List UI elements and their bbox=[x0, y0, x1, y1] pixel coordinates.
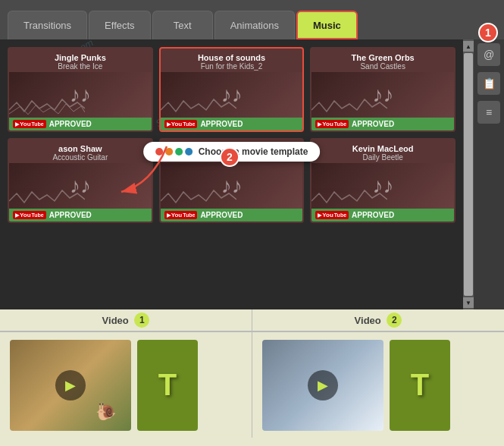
card-footer: YouTube APPROVED bbox=[311, 209, 454, 221]
dot-green bbox=[175, 148, 183, 155]
card-subtitle: Daily Beetle bbox=[318, 153, 448, 162]
step-badge-2: 2 bbox=[220, 147, 239, 167]
approved-badge: APPROVED bbox=[200, 120, 243, 128]
card-footer: YouTube APPROVED bbox=[161, 118, 303, 130]
scrollbar-track: ▲ ▼ bbox=[463, 39, 474, 309]
timeline-area: Video 1 Video 2 ▶ 🐌 T bbox=[0, 309, 504, 446]
card-subtitle: Fun for the Kids_2 bbox=[167, 62, 297, 71]
card-visual: ♪♪ bbox=[311, 163, 454, 209]
scrollbar-thumb[interactable] bbox=[464, 53, 473, 296]
snake-icon: 🐌 bbox=[95, 402, 116, 422]
clipboard-button[interactable]: 📋 bbox=[477, 72, 500, 95]
video2-play-button[interactable]: ▶ bbox=[308, 370, 338, 400]
card-footer: YouTube APPROVED bbox=[311, 118, 454, 130]
card-subtitle: Accoustic Guitar bbox=[15, 153, 146, 162]
video2-section: ▶ T bbox=[252, 332, 504, 438]
tabs-bar: Transitions Effects Text Animations Musi… bbox=[0, 0, 504, 39]
text-symbol: T bbox=[158, 368, 177, 402]
card-visual: ♪♪ bbox=[161, 163, 303, 209]
timeline-row: ▶ 🐌 T ▶ T bbox=[0, 331, 504, 438]
youtube-logo: YouTube bbox=[315, 120, 349, 128]
tab-music[interactable]: Music bbox=[296, 11, 358, 39]
tab-animations[interactable]: Animations bbox=[214, 11, 295, 39]
card-title: ason Shaw bbox=[15, 144, 146, 153]
youtube-logo: YouTube bbox=[13, 120, 46, 128]
tab-transitions[interactable]: Transitions bbox=[8, 11, 87, 39]
card-visual: ♪♪ bbox=[9, 72, 152, 118]
dot-orange bbox=[165, 148, 173, 155]
template-label: Choose a movie template bbox=[199, 146, 308, 157]
music-card-jingle-punks[interactable]: Jingle Punks Break the Ice ♪♪ YouTube AP… bbox=[8, 47, 153, 132]
template-dots bbox=[155, 148, 193, 155]
card-footer: YouTube APPROVED bbox=[9, 118, 152, 130]
video1-section: ▶ 🐌 T bbox=[0, 332, 252, 438]
wave-lines bbox=[311, 95, 387, 118]
music-card-house-of-sounds[interactable]: House of sounds Fun for the Kids_2 ♪♪ Yo… bbox=[159, 47, 305, 132]
dot-blue bbox=[185, 148, 193, 155]
video2-thumbnail: ▶ bbox=[262, 340, 383, 431]
video1-number: 1 bbox=[134, 313, 149, 328]
video2-clip[interactable]: ▶ bbox=[262, 340, 383, 431]
wave-lines bbox=[9, 186, 85, 209]
wave-lines bbox=[311, 186, 387, 209]
youtube-logo: YouTube bbox=[315, 211, 349, 219]
video2-text-clip[interactable]: T bbox=[390, 340, 450, 431]
right-panel: @ 📋 ≡ bbox=[474, 39, 504, 309]
approved-badge: APPROVED bbox=[200, 211, 243, 219]
card-subtitle: Sand Castles bbox=[318, 62, 448, 71]
card-title: Kevin MacLeod bbox=[318, 144, 448, 153]
card-title: Jingle Punks bbox=[15, 53, 146, 62]
card-subtitle: Break the Ice bbox=[15, 62, 146, 71]
app-container: Transitions Effects Text Animations Musi… bbox=[0, 0, 504, 446]
music-grid-area: Soringrepair.com Soringrepair.com Soring… bbox=[0, 39, 463, 309]
approved-badge: APPROVED bbox=[352, 120, 394, 128]
youtube-logo: YouTube bbox=[13, 211, 46, 219]
card-visual: ♪♪ bbox=[161, 72, 303, 118]
card-visual: ♪♪ bbox=[311, 72, 454, 118]
step-badge-1: 1 bbox=[478, 23, 498, 42]
video1-play-button[interactable]: ▶ bbox=[55, 370, 86, 400]
youtube-logo: YouTube bbox=[164, 211, 198, 219]
video1-clip[interactable]: ▶ 🐌 bbox=[10, 340, 131, 431]
wave-lines bbox=[161, 186, 236, 209]
approved-badge: APPROVED bbox=[49, 120, 92, 128]
video1-text-clip[interactable]: T bbox=[137, 340, 198, 431]
music-card-kevin-macleod[interactable]: Kevin MacLeod Daily Beetle ♪♪ YouTube AP… bbox=[310, 138, 455, 223]
tab-effects[interactable]: Effects bbox=[89, 11, 151, 39]
email-button[interactable]: @ bbox=[477, 43, 500, 66]
wave-lines bbox=[9, 95, 85, 118]
scroll-down-button[interactable]: ▼ bbox=[463, 297, 474, 308]
dot-red bbox=[155, 148, 163, 155]
list-button[interactable]: ≡ bbox=[477, 101, 500, 124]
video2-label: Video 2 bbox=[252, 309, 504, 331]
card-footer: YouTube APPROVED bbox=[9, 209, 152, 221]
music-card-ason-shaw[interactable]: ason Shaw Accoustic Guitar ♪♪ YouTube AP… bbox=[8, 138, 153, 223]
youtube-logo: YouTube bbox=[164, 120, 198, 128]
tab-text[interactable]: Text bbox=[152, 11, 213, 39]
music-card-green-orbs[interactable]: The Green Orbs Sand Castles ♪♪ YouTube A… bbox=[310, 47, 455, 132]
wave-lines bbox=[161, 95, 236, 118]
main-area: Soringrepair.com Soringrepair.com Soring… bbox=[0, 39, 504, 309]
card-footer: YouTube APPROVED bbox=[161, 209, 303, 221]
approved-badge: APPROVED bbox=[49, 211, 92, 219]
video1-label: Video 1 bbox=[0, 309, 252, 331]
card-title: House of sounds bbox=[167, 53, 297, 62]
scroll-up-button[interactable]: ▲ bbox=[463, 41, 474, 52]
card-title: The Green Orbs bbox=[318, 53, 448, 62]
card-visual: ♪♪ bbox=[9, 163, 152, 209]
approved-badge: APPROVED bbox=[352, 211, 394, 219]
video2-number: 2 bbox=[387, 313, 402, 328]
music-grid: Jingle Punks Break the Ice ♪♪ YouTube AP… bbox=[8, 47, 455, 223]
text-symbol: T bbox=[411, 368, 429, 402]
